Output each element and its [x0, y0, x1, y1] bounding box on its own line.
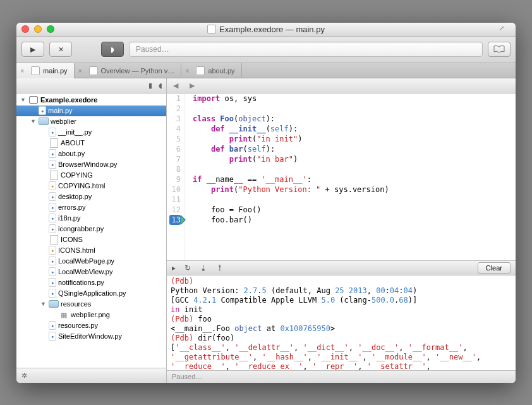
tree-row[interactable]: ABOUT	[16, 138, 166, 148]
gear-icon[interactable]: ✲	[21, 372, 27, 380]
continue-icon[interactable]: ▸	[172, 263, 176, 272]
folder-icon[interactable]: ▮	[148, 82, 152, 90]
code-line[interactable]	[193, 104, 389, 114]
debug-console[interactable]: (Pdb)Python Version: 2.7.5 (default, Aug…	[167, 275, 516, 370]
main-area: ▮ ◖ ▼ Example.exedore main.py▼webplier__…	[16, 78, 516, 383]
line-number[interactable]: 2	[169, 104, 181, 114]
tree-item-label: i18n.py	[58, 214, 80, 222]
py-icon	[49, 257, 56, 265]
disclosure-icon[interactable]: ▼	[20, 97, 27, 103]
tab-0[interactable]: ×main.py	[16, 63, 75, 78]
code-line[interactable]: if __name__ == '__main__':	[193, 174, 389, 184]
img-icon	[59, 310, 69, 319]
tree-item-label: LocalWebView.py	[58, 268, 112, 275]
step-over-icon[interactable]: ↻	[184, 263, 191, 272]
close-tab-icon[interactable]: ×	[78, 67, 86, 75]
file-icon	[31, 66, 40, 75]
code-line[interactable]: foo = Foo()	[193, 205, 389, 215]
tree-row[interactable]: main.py	[16, 106, 166, 116]
tree-row[interactable]: COPYING	[16, 170, 166, 181]
tree-row[interactable]: ICONS	[16, 234, 166, 245]
disclosure-icon[interactable]: ▼	[40, 301, 47, 307]
stop-button[interactable]: ✕	[49, 42, 72, 57]
tree-row[interactable]: ▼webplier	[16, 116, 166, 127]
line-number[interactable]: 10	[169, 184, 181, 195]
tree-row[interactable]: ▼resources	[16, 299, 166, 310]
tree-row[interactable]: webplier.png	[16, 310, 166, 320]
tree-row[interactable]: __init__.py	[16, 127, 166, 138]
code-editor[interactable]: 12345678910111213 import os, sysclass Fo…	[167, 94, 516, 260]
line-number[interactable]: 4	[169, 124, 181, 134]
tree-row[interactable]: LocalWebView.py	[16, 267, 166, 277]
line-number[interactable]: 5	[169, 134, 181, 144]
line-number[interactable]: 6	[169, 144, 181, 154]
py-icon	[49, 203, 56, 212]
tree-item-label: desktop.py	[58, 193, 92, 200]
code-line[interactable]	[193, 195, 389, 205]
tree-row[interactable]: BrowserWindow.py	[16, 159, 166, 170]
docs-button[interactable]	[488, 42, 511, 57]
fold-icon	[49, 299, 59, 308]
tree-row[interactable]: errors.py	[16, 202, 166, 213]
tab-2[interactable]: ×about.py	[181, 63, 241, 78]
py-icon	[49, 224, 56, 233]
line-number[interactable]: 1	[169, 94, 181, 104]
titlebar[interactable]: Example.exedore — main.py ⤢	[16, 23, 516, 37]
file-icon	[196, 66, 205, 75]
run-button[interactable]: ▶	[21, 42, 44, 57]
code-line[interactable]: import os, sys	[193, 94, 389, 104]
file-icon	[49, 235, 59, 244]
tree-row[interactable]: ICONS.html	[16, 245, 166, 256]
line-number[interactable]: 11	[169, 195, 181, 205]
tree-row[interactable]: icongrabber.py	[16, 224, 166, 234]
fullscreen-icon[interactable]: ⤢	[499, 25, 511, 33]
tree-row[interactable]: SiteEditorWindow.py	[16, 331, 166, 342]
code-content[interactable]: import os, sysclass Foo(object): def __i…	[185, 94, 389, 260]
tree-item-label: COPYING.html	[58, 182, 106, 190]
close-window-button[interactable]	[21, 25, 29, 33]
zoom-window-button[interactable]	[47, 25, 54, 33]
tree-row[interactable]: LocalWebPage.py	[16, 256, 166, 267]
line-number[interactable]: 13	[169, 215, 181, 225]
tree-row[interactable]: desktop.py	[16, 191, 166, 202]
code-line[interactable]: def bar(self):	[193, 144, 389, 154]
tree-row[interactable]: about.py	[16, 148, 166, 159]
minimize-window-button[interactable]	[34, 25, 42, 33]
code-line[interactable]: print("Python Version: " + sys.version)	[193, 184, 389, 195]
line-number[interactable]: 3	[169, 114, 181, 124]
code-line[interactable]: class Foo(object):	[193, 114, 389, 124]
line-number[interactable]: 9	[169, 174, 181, 184]
tag-icon[interactable]: ◖	[159, 82, 162, 90]
line-gutter[interactable]: 12345678910111213	[167, 94, 185, 260]
tree-row[interactable]: resources.py	[16, 320, 166, 331]
tree-row[interactable]: QSingleApplication.py	[16, 288, 166, 299]
close-tab-icon[interactable]: ×	[20, 67, 28, 75]
code-line[interactable]: print("in bar")	[193, 154, 389, 164]
status-text: Paused…	[172, 373, 202, 380]
close-tab-icon[interactable]: ×	[185, 67, 193, 75]
code-line[interactable]	[193, 164, 389, 174]
nav-forward-icon[interactable]: ▶	[190, 82, 195, 90]
disclosure-icon[interactable]: ▼	[30, 118, 37, 124]
tree-row[interactable]: notifications.py	[16, 277, 166, 288]
code-line[interactable]: def __init__(self):	[193, 124, 389, 134]
tree-row[interactable]: i18n.py	[16, 213, 166, 224]
code-line[interactable]: print("in init")	[193, 134, 389, 144]
file-tree[interactable]: ▼ Example.exedore main.py▼webplier__init…	[16, 94, 166, 368]
line-number[interactable]: 7	[169, 154, 181, 164]
py-icon	[49, 192, 56, 201]
tree-item-label: about.py	[58, 150, 85, 157]
clear-button[interactable]: Clear	[478, 262, 511, 274]
tree-row[interactable]: COPYING.html	[16, 181, 166, 191]
line-number[interactable]: 8	[169, 164, 181, 174]
step-out-icon[interactable]: ⭱	[216, 263, 224, 272]
code-line[interactable]: foo.bar()	[193, 215, 389, 225]
line-number[interactable]: 12	[169, 205, 181, 215]
breakpoint-button[interactable]: ◗	[101, 42, 124, 57]
tree-item-label: LocalWebPage.py	[58, 257, 114, 265]
nav-back-icon[interactable]: ◀	[173, 82, 178, 90]
tab-1[interactable]: ×Overview — Python v…	[75, 63, 182, 78]
tree-project-row[interactable]: ▼ Example.exedore	[16, 95, 166, 106]
tree-item-label: ICONS	[61, 236, 83, 243]
step-in-icon[interactable]: ⭳	[200, 263, 207, 272]
